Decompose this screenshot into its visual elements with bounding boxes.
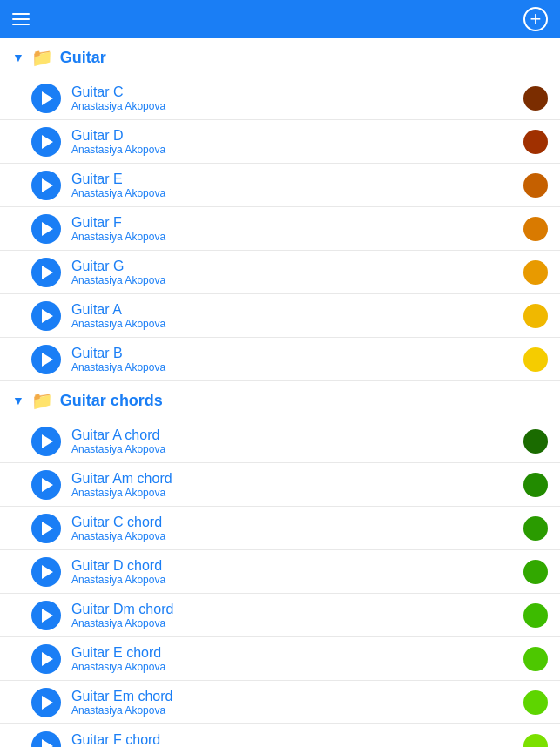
triangle-icon: ▼: [12, 394, 24, 407]
play-button[interactable]: [31, 171, 61, 200]
color-dot: [523, 260, 548, 285]
item-name: Guitar A: [71, 302, 523, 318]
item-sub: Anastasiya Akopova: [71, 274, 523, 286]
item-sub: Anastasiya Akopova: [71, 318, 523, 330]
list-item: Guitar E Anastasiya Akopova: [0, 164, 560, 207]
color-dot: [523, 647, 548, 671]
item-text: Guitar G Anastasiya Akopova: [61, 259, 523, 286]
item-sub: Anastasiya Akopova: [71, 661, 523, 673]
play-button[interactable]: [31, 731, 61, 748]
item-text: Guitar Dm chord Anastasiya Akopova: [61, 602, 523, 629]
item-sub: Anastasiya Akopova: [71, 144, 523, 156]
list-item: Guitar C Anastasiya Akopova: [0, 77, 560, 120]
color-dot: [523, 86, 548, 111]
item-name: Guitar D chord: [71, 558, 523, 574]
list: ▼ 📁 Guitar Guitar C Anastasiya Akopova G…: [0, 38, 560, 747]
play-button[interactable]: [31, 644, 61, 674]
color-dot: [523, 560, 548, 584]
play-button[interactable]: [31, 127, 61, 157]
item-name: Guitar F: [71, 215, 523, 231]
list-item: Guitar Dm chord Anastasiya Akopova: [0, 594, 560, 637]
header: +: [0, 0, 560, 38]
item-sub: Anastasiya Akopova: [71, 361, 523, 374]
list-item: Guitar F Anastasiya Akopova: [0, 207, 560, 251]
color-dot: [523, 516, 548, 541]
color-dot: [523, 173, 548, 198]
item-text: Guitar F chord Anastasiya Akopova: [61, 732, 523, 748]
item-sub: Anastasiya Akopova: [71, 704, 523, 717]
item-text: Guitar C Anastasiya Akopova: [61, 84, 523, 112]
play-button[interactable]: [31, 470, 61, 500]
item-name: Guitar B: [71, 346, 523, 361]
item-text: Guitar Am chord Anastasiya Akopova: [61, 471, 523, 499]
color-dot: [523, 473, 548, 497]
color-dot: [523, 690, 548, 715]
section-title-guitar-chords: Guitar chords: [60, 392, 163, 410]
item-text: Guitar B Anastasiya Akopova: [61, 346, 523, 374]
item-text: Guitar Em chord Anastasiya Akopova: [61, 689, 523, 717]
color-dot: [523, 130, 548, 154]
item-name: Guitar C chord: [71, 515, 523, 530]
item-name: Guitar A chord: [71, 427, 523, 443]
item-sub: Anastasiya Akopova: [71, 187, 523, 199]
item-sub: Anastasiya Akopova: [71, 487, 523, 499]
play-button[interactable]: [31, 601, 61, 630]
item-name: Guitar Am chord: [71, 471, 523, 487]
item-name: Guitar Dm chord: [71, 602, 523, 617]
item-sub: Anastasiya Akopova: [71, 231, 523, 243]
color-dot: [523, 429, 548, 454]
item-sub: Anastasiya Akopova: [71, 530, 523, 542]
item-text: Guitar A chord Anastasiya Akopova: [61, 427, 523, 455]
play-button[interactable]: [31, 301, 61, 331]
item-text: Guitar A Anastasiya Akopova: [61, 302, 523, 330]
list-item: Guitar A Anastasiya Akopova: [0, 294, 560, 338]
item-name: Guitar F chord: [71, 732, 523, 748]
item-name: Guitar E: [71, 172, 523, 187]
item-sub: Anastasiya Akopova: [71, 100, 523, 112]
color-dot: [523, 217, 548, 241]
item-name: Guitar D: [71, 128, 523, 144]
item-name: Guitar G: [71, 259, 523, 274]
list-item: Guitar G Anastasiya Akopova: [0, 251, 560, 294]
menu-button[interactable]: [12, 13, 30, 25]
list-item: Guitar D Anastasiya Akopova: [0, 120, 560, 164]
list-item: Guitar E chord Anastasiya Akopova: [0, 637, 560, 681]
play-button[interactable]: [31, 427, 61, 456]
item-sub: Anastasiya Akopova: [71, 574, 523, 586]
color-dot: [523, 347, 548, 372]
add-button[interactable]: +: [523, 7, 548, 31]
color-dot: [523, 603, 548, 628]
list-item: Guitar C chord Anastasiya Akopova: [0, 507, 560, 550]
item-text: Guitar C chord Anastasiya Akopova: [61, 515, 523, 542]
play-button[interactable]: [31, 688, 61, 717]
item-text: Guitar E chord Anastasiya Akopova: [61, 645, 523, 673]
section-header-guitar[interactable]: ▼ 📁 Guitar: [0, 38, 560, 77]
item-sub: Anastasiya Akopova: [71, 443, 523, 455]
triangle-icon: ▼: [12, 50, 24, 64]
folder-icon: 📁: [31, 47, 53, 68]
color-dot: [523, 304, 548, 328]
play-button[interactable]: [31, 258, 61, 287]
item-text: Guitar D chord Anastasiya Akopova: [61, 558, 523, 586]
section-header-guitar-chords[interactable]: ▼ 📁 Guitar chords: [0, 381, 560, 420]
section-title-guitar: Guitar: [60, 49, 106, 67]
list-item: Guitar Em chord Anastasiya Akopova: [0, 681, 560, 724]
folder-icon: 📁: [31, 390, 53, 411]
list-item: Guitar B Anastasiya Akopova: [0, 338, 560, 381]
play-button[interactable]: [31, 514, 61, 543]
play-button[interactable]: [31, 84, 61, 113]
item-text: Guitar F Anastasiya Akopova: [61, 215, 523, 243]
list-item: Guitar D chord Anastasiya Akopova: [0, 550, 560, 594]
item-name: Guitar E chord: [71, 645, 523, 661]
list-item: Guitar F chord Anastasiya Akopova: [0, 724, 560, 747]
play-button[interactable]: [31, 214, 61, 244]
item-sub: Anastasiya Akopova: [71, 617, 523, 629]
list-item: Guitar Am chord Anastasiya Akopova: [0, 463, 560, 507]
list-item: Guitar A chord Anastasiya Akopova: [0, 420, 560, 463]
item-name: Guitar C: [71, 84, 523, 100]
play-button[interactable]: [31, 345, 61, 374]
item-text: Guitar D Anastasiya Akopova: [61, 128, 523, 156]
item-name: Guitar Em chord: [71, 689, 523, 704]
item-text: Guitar E Anastasiya Akopova: [61, 172, 523, 199]
play-button[interactable]: [31, 557, 61, 587]
